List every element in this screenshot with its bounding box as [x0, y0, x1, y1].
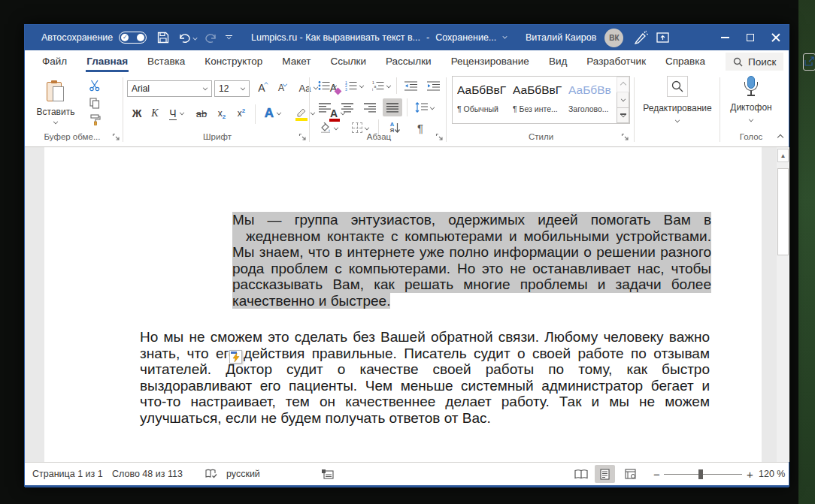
grow-font-button[interactable]: А	[254, 79, 272, 97]
multilevel-list-button[interactable]: 1ai	[369, 77, 393, 94]
align-left-button[interactable]	[315, 98, 335, 116]
word-count[interactable]: Слово 48 из 113	[112, 463, 183, 485]
zoom-out-button[interactable]: −	[653, 463, 660, 485]
underline-button[interactable]: Ч	[165, 104, 189, 122]
format-painter-button[interactable]	[86, 113, 103, 126]
tab-design[interactable]: Конструктор	[195, 50, 272, 73]
style-heading[interactable]: АаБбВв Заголово...	[568, 77, 617, 123]
editing-button[interactable]: Редактирование	[638, 76, 717, 137]
undo-dropdown-chevron[interactable]	[193, 35, 198, 40]
minimize-button[interactable]	[712, 25, 738, 50]
quick-access-toolbar-menu[interactable]	[226, 25, 232, 50]
align-center-button[interactable]	[338, 98, 357, 116]
ink-editor-icon[interactable]	[632, 30, 648, 45]
decrease-indent-button[interactable]	[401, 77, 420, 94]
clipboard-dialog-launcher[interactable]	[112, 133, 120, 141]
copy-button[interactable]	[86, 96, 103, 110]
styles-dialog-launcher[interactable]	[621, 133, 629, 141]
doc-line[interactable]: рода проблем с компьютерами. Но это не о…	[232, 261, 711, 277]
maximize-button[interactable]	[738, 25, 763, 50]
styles-group-label: Стили	[452, 132, 630, 141]
bullets-button[interactable]	[315, 77, 339, 94]
zoom-slider[interactable]	[664, 463, 742, 485]
autocorrect-options-button[interactable]	[229, 350, 242, 364]
vertical-scrollbar[interactable]: ▲	[777, 147, 789, 462]
language-indicator[interactable]: русский	[226, 463, 260, 485]
doc-line[interactable]: читателей. Доктор судит о качестве своей…	[140, 361, 710, 378]
doc-line[interactable]: Но мы не сможем это сделать без Вашей об…	[140, 329, 710, 346]
tab-layout[interactable]: Макет	[272, 50, 320, 73]
font-size-combo[interactable]: 12	[214, 80, 250, 97]
tab-review[interactable]: Рецензирование	[441, 50, 539, 73]
tab-mailings[interactable]: Рассылки	[376, 50, 441, 73]
numbering-button[interactable]: 123	[342, 77, 366, 94]
document-canvas[interactable]: Мы — группа энтузиастов, одержимых идеей…	[25, 147, 789, 462]
style-no-spacing[interactable]: АаБбВвГ ¶ Без инте...	[513, 77, 565, 123]
saving-dropdown-chevron[interactable]	[503, 35, 507, 39]
tab-home[interactable]: Главная	[77, 50, 138, 73]
scroll-up-button[interactable]: ▲	[777, 149, 789, 162]
font-name-combo[interactable]: Arial	[127, 80, 212, 97]
collapse-ribbon-button[interactable]	[774, 131, 787, 143]
document-page[interactable]: Мы — группа энтузиастов, одержимых идеей…	[44, 147, 762, 462]
italic-button[interactable]: К	[147, 104, 163, 122]
tab-help[interactable]: Справка	[656, 50, 715, 73]
cut-button[interactable]	[86, 79, 103, 92]
styles-scroll-down-button[interactable]	[617, 92, 629, 108]
doc-line[interactable]: жедневном контакте с компьютерами и моби…	[232, 228, 711, 245]
align-right-button[interactable]	[360, 98, 380, 116]
web-layout-button[interactable]	[620, 463, 641, 485]
increase-indent-button[interactable]	[423, 77, 443, 94]
shrink-font-button[interactable]: А	[274, 79, 292, 97]
page-indicator[interactable]: Страница 1 из 1	[32, 463, 103, 485]
justify-button[interactable]	[383, 98, 402, 116]
zoom-percentage[interactable]: 120 %	[759, 463, 785, 485]
doc-line[interactable]: Мы — группа энтузиастов, одержимых идеей…	[232, 212, 711, 228]
line-spacing-button[interactable]	[411, 98, 438, 116]
saving-status[interactable]: Сохранение...	[435, 32, 496, 43]
avatar[interactable]: ВК	[604, 29, 623, 47]
account-area[interactable]: Виталий Каиров ВК	[526, 25, 669, 50]
doc-line[interactable]: что-то настраивает, тем он качественнее …	[140, 394, 710, 410]
paragraph-body[interactable]: Но мы не сможем это сделать без Вашей об…	[140, 329, 710, 427]
doc-line[interactable]: Мы знаем, что в интернете уже полно инфо…	[232, 244, 711, 261]
strikethrough-button[interactable]: ab	[192, 104, 211, 122]
tab-view[interactable]: Вид	[539, 50, 577, 73]
tab-references[interactable]: Ссылки	[321, 50, 377, 73]
autosave-toggle[interactable]: ✓	[119, 32, 147, 44]
font-dialog-launcher[interactable]	[298, 133, 307, 141]
save-button[interactable]	[156, 25, 170, 50]
tab-insert[interactable]: Вставка	[138, 50, 195, 73]
zoom-in-button[interactable]: +	[747, 463, 753, 485]
styles-gallery-expand-button[interactable]	[617, 108, 629, 123]
tab-developer[interactable]: Разработчик	[577, 50, 656, 73]
zoom-thumb[interactable]	[698, 469, 703, 479]
read-mode-button[interactable]	[571, 463, 591, 485]
doc-line[interactable]: знать, что его действия правильные. Писа…	[140, 346, 710, 362]
doc-line[interactable]: рассказывать Вам, как решать многие проб…	[232, 276, 711, 293]
print-layout-button[interactable]	[595, 463, 615, 485]
styles-scroll-up-button[interactable]	[617, 77, 629, 92]
doc-line[interactable]: выздоравливают его пациенты. Чем меньше …	[140, 378, 710, 394]
doc-line[interactable]: качественно и быстрее.	[232, 293, 711, 309]
text-effects-button[interactable]: А	[259, 104, 286, 122]
close-button[interactable]	[763, 25, 789, 50]
paragraph-selected[interactable]: Мы — группа энтузиастов, одержимых идеей…	[232, 212, 711, 309]
bold-button[interactable]: Ж	[129, 104, 145, 122]
autosave-control[interactable]: Автосохранение ✓	[41, 25, 147, 50]
tab-file[interactable]: Файл	[32, 50, 77, 73]
style-normal[interactable]: АаБбВвГ ¶ Обычный	[457, 77, 510, 123]
doc-line[interactable]: улучшаться, если не будем получать ответ…	[140, 410, 710, 427]
proofing-status[interactable]	[205, 463, 217, 485]
scrollbar-thumb[interactable]	[777, 168, 789, 255]
superscript-button[interactable]: x2	[232, 104, 250, 122]
share-button[interactable]	[803, 53, 815, 71]
ribbon-display-options-icon[interactable]	[656, 32, 669, 44]
subscript-button[interactable]: x2	[213, 104, 231, 122]
paragraph-dialog-launcher[interactable]	[435, 133, 444, 141]
undo-button[interactable]	[177, 25, 198, 50]
search-box[interactable]: Поиск	[726, 53, 783, 71]
macro-keyboard-button[interactable]	[321, 463, 334, 485]
dictate-button[interactable]: Диктофон	[724, 76, 778, 128]
paste-button[interactable]: Вставить	[35, 76, 76, 128]
